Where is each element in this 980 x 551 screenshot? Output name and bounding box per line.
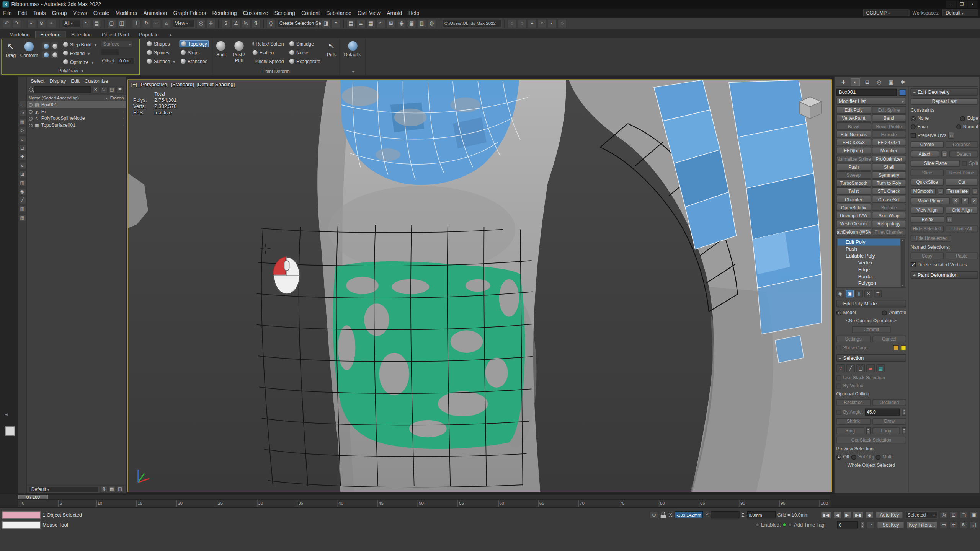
commit-button[interactable]: Commit	[852, 326, 890, 333]
modifier-button[interactable]: Symmetry	[872, 171, 906, 179]
modifier-button[interactable]: Bend	[872, 114, 906, 122]
mirror-icon[interactable]: ◨	[321, 19, 330, 28]
modifier-list-dropdown[interactable]: Modifier List ▾	[836, 98, 906, 105]
frozen-column-header[interactable]: Frozen	[110, 96, 124, 100]
modifier-button[interactable]: ProOptimizer	[872, 155, 906, 163]
preserve-uvs-checkbox[interactable]	[911, 133, 916, 138]
select-and-scale-icon[interactable]: ▱	[152, 19, 161, 28]
viewport-render[interactable]	[128, 80, 831, 492]
frame-spinner[interactable]: ▴▾	[860, 521, 864, 528]
modifier-button[interactable]: Push	[836, 163, 871, 171]
maximize-viewport-toggle-icon[interactable]: ◱	[969, 521, 978, 529]
menu-item[interactable]: Scripting	[271, 10, 298, 16]
pick-container-icon[interactable]: ◫	[116, 486, 124, 493]
make-planar-z-button[interactable]: Z	[971, 197, 978, 204]
polydraw-drag-button[interactable]: ↖ Drag	[5, 41, 16, 59]
collapse-button[interactable]: Collapse	[945, 141, 978, 148]
time-slider-track[interactable]: 0 / 100	[18, 494, 831, 500]
modifier-stack-item[interactable]: Editable Poly	[838, 253, 900, 259]
attach-settings-icon[interactable]: □	[941, 150, 947, 157]
maxscript-mini-listener-script[interactable]	[2, 521, 41, 529]
modifier-button[interactable]: Edit Normals	[836, 130, 871, 138]
reset-plane-button[interactable]: Reset Plane	[945, 169, 978, 176]
polydraw-surface-dropdown[interactable]: Surface▾	[101, 41, 133, 47]
modify-tab-icon[interactable]: ◐	[851, 78, 860, 86]
align-icon[interactable]: ≡	[331, 19, 340, 28]
explorer-column-headers[interactable]: Name (Sorted Ascending) ▲ Frozen	[27, 95, 126, 101]
show-cage-checkbox[interactable]	[836, 345, 841, 350]
modifier-button[interactable]: Edit Spline	[872, 106, 906, 114]
conform-option-icon[interactable]	[42, 42, 50, 50]
preserve-uvs-settings-icon[interactable]: □	[948, 132, 954, 139]
render-production-icon[interactable]: ◍	[427, 19, 436, 28]
edit-named-selection-sets-icon[interactable]: ⟨⟩	[266, 19, 276, 28]
perspective-viewport[interactable]: [+][Perspective][Standard][Default Shadi…	[127, 79, 832, 492]
display-tab-icon[interactable]: ▣	[886, 78, 895, 86]
enabled-off-led-icon[interactable]	[788, 523, 792, 527]
curve-editor-icon[interactable]: ∿	[376, 19, 385, 28]
msmooth-button[interactable]: MSmooth	[911, 188, 935, 195]
polydraw-conform-button[interactable]: Conform	[20, 41, 39, 59]
modifier-button[interactable]: PathDeform (WSM)	[836, 228, 871, 236]
create-button[interactable]: Create	[911, 141, 944, 148]
object-name-field[interactable]: Box001	[836, 89, 897, 96]
modifier-stack-item[interactable]: Polygon	[838, 280, 900, 287]
named-selection-set-dropdown[interactable]: Create Selection Sel▾	[277, 20, 315, 28]
frozen-cell[interactable]: ▫	[122, 110, 124, 114]
create-tab-icon[interactable]: ✚	[839, 78, 848, 86]
display-geometry-icon[interactable]: ▦	[18, 118, 26, 126]
remove-modifier-icon[interactable]: ✕	[864, 290, 872, 297]
scene-object-row[interactable]: ▦ TopoSurface001 ▫	[27, 122, 126, 129]
field-of-view-icon[interactable]: ▭	[939, 521, 948, 529]
menu-item[interactable]: Animation	[140, 10, 170, 16]
frozen-cell[interactable]: ▫	[122, 116, 124, 120]
preview-subobj-radio[interactable]	[851, 455, 856, 460]
flatten-button[interactable]: Flatten	[252, 49, 285, 56]
user-account-dropdown[interactable]: CGBUMP▾	[863, 9, 909, 16]
toggle-layer-explorer-icon[interactable]: ≣	[356, 19, 366, 28]
defaults-button[interactable]: Defaults	[343, 40, 362, 59]
optimize-button[interactable]: Optimize▾	[62, 58, 98, 66]
modifier-stack-item[interactable]: Push	[838, 246, 900, 253]
make-planar-x-button[interactable]: X	[952, 197, 960, 204]
reference-coordinate-dropdown[interactable]: View▾	[173, 20, 195, 28]
zoom-icon[interactable]: ◎	[939, 511, 948, 519]
settings-button[interactable]: Settings	[836, 336, 870, 342]
toggle-scene-explorer-icon[interactable]: ▤	[346, 19, 355, 28]
modifier-button[interactable]: Twist	[836, 187, 871, 195]
explorer-preset-dropdown[interactable]: Default▾	[29, 486, 99, 492]
conform-option-icon[interactable]	[51, 42, 59, 50]
polydraw-mini-spinner[interactable]	[101, 49, 119, 55]
select-and-manipulate-icon[interactable]: ✜	[206, 19, 216, 28]
modifier-button[interactable]: Normalize Spline	[836, 155, 871, 163]
constraint-edge-radio[interactable]	[960, 116, 965, 121]
paint-deform-panel-label[interactable]: Paint Deform	[214, 68, 338, 75]
selection-filter-dropdown[interactable]: All▾	[62, 20, 81, 28]
rendered-frame-window-icon[interactable]: ▥	[417, 19, 426, 28]
modifier-button[interactable]: Bevel Profile	[872, 122, 906, 130]
spinner-snap-toggle-icon[interactable]: ⇅	[251, 19, 260, 28]
split-checkbox[interactable]	[962, 161, 967, 166]
ribbon-tab[interactable]: Populate	[135, 31, 163, 38]
project-path-field[interactable]: C:\Users\UI...ds Max 2022	[442, 20, 502, 28]
zoom-all-icon[interactable]: ⊞	[949, 511, 958, 519]
add-time-tag[interactable]: Add Time Tag	[794, 522, 835, 528]
hide-selected-button[interactable]: Hide Selected	[911, 225, 944, 232]
window-crossing-toggle-icon[interactable]: ◫	[117, 19, 126, 28]
material-quality-icon[interactable]: ○	[537, 19, 547, 28]
use-stack-selection-checkbox[interactable]	[836, 375, 841, 380]
modifier-button[interactable]: Turn to Poly	[872, 179, 906, 187]
display-groups-icon[interactable]: ⊞	[18, 171, 26, 178]
menu-item[interactable]: Group	[49, 10, 70, 16]
make-planar-button[interactable]: Make Planar	[911, 197, 950, 204]
select-and-move-icon[interactable]: ✛	[132, 19, 141, 28]
modifier-button[interactable]: FFD(box)	[836, 147, 871, 155]
display-influences-icon[interactable]: ⊙	[18, 109, 26, 117]
modifier-button[interactable]: Extrude	[872, 130, 906, 138]
display-helpers-icon[interactable]: ✚	[18, 153, 26, 161]
smudge-button[interactable]: Smudge	[288, 40, 323, 47]
unhide-all-button[interactable]: Unhide All	[945, 225, 978, 232]
column-chooser-icon[interactable]: ▤	[108, 86, 116, 93]
current-frame-field[interactable]: 0	[837, 521, 859, 529]
tessellate-button[interactable]: Tessellate	[945, 188, 970, 195]
